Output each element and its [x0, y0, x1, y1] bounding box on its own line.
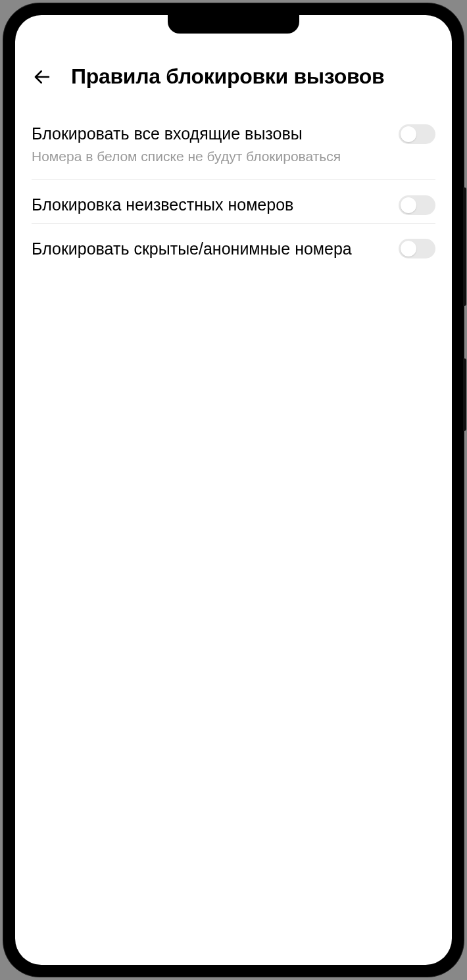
toggle-knob — [401, 241, 416, 257]
setting-subtitle: Номера в белом списке не будут блокирова… — [32, 149, 435, 179]
toggle-block-all-incoming[interactable] — [399, 124, 435, 144]
setting-label: Блокировать скрытые/анонимные номера — [32, 238, 385, 260]
toggle-knob — [401, 126, 416, 142]
phone-notch — [168, 15, 299, 34]
setting-block-all-incoming[interactable]: Блокировать все входящие вызовы — [32, 109, 435, 149]
setting-label: Блокировать все входящие вызовы — [32, 123, 385, 145]
toggle-knob — [401, 197, 416, 213]
screen: Правила блокировки вызовов Блокировать в… — [15, 15, 452, 965]
toggle-block-unknown[interactable] — [399, 195, 435, 215]
setting-block-unknown[interactable]: Блокировка неизвестных номеров — [32, 180, 435, 223]
settings-list: Блокировать все входящие вызовы Номера в… — [15, 109, 452, 266]
setting-label: Блокировка неизвестных номеров — [32, 194, 385, 216]
page-title: Правила блокировки вызовов — [71, 64, 384, 89]
arrow-left-icon — [32, 67, 52, 87]
header: Правила блокировки вызовов — [15, 51, 452, 109]
setting-block-hidden[interactable]: Блокировать скрытые/анонимные номера — [32, 224, 435, 267]
toggle-block-hidden[interactable] — [399, 239, 435, 258]
content-area: Правила блокировки вызовов Блокировать в… — [15, 15, 452, 266]
phone-frame: Правила блокировки вызовов Блокировать в… — [3, 3, 464, 977]
back-button[interactable] — [32, 66, 53, 87]
phone-power-button — [463, 358, 466, 431]
phone-volume-button — [463, 187, 466, 306]
